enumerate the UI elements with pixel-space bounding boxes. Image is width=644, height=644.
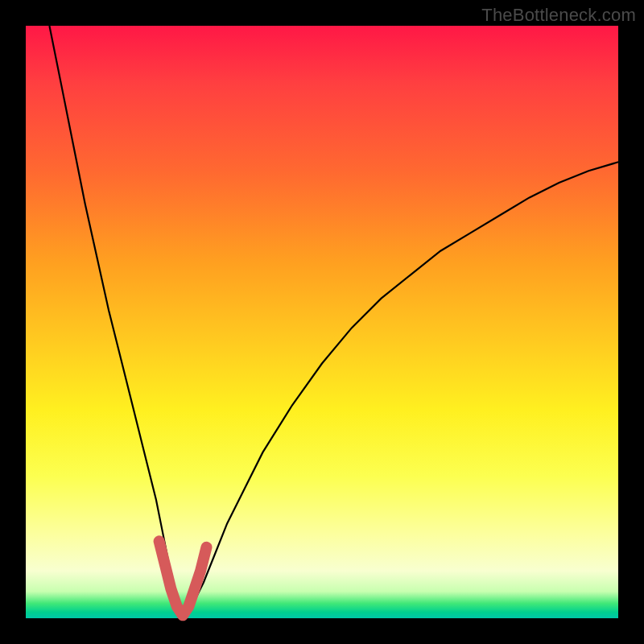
watermark-text: TheBottleneck.com bbox=[481, 5, 636, 26]
curve-layer bbox=[26, 26, 618, 618]
bottleneck-curve bbox=[49, 26, 618, 618]
plot-area bbox=[26, 26, 618, 618]
chart-stage: TheBottleneck.com bbox=[0, 0, 644, 644]
optimal-region-highlight bbox=[159, 541, 207, 615]
